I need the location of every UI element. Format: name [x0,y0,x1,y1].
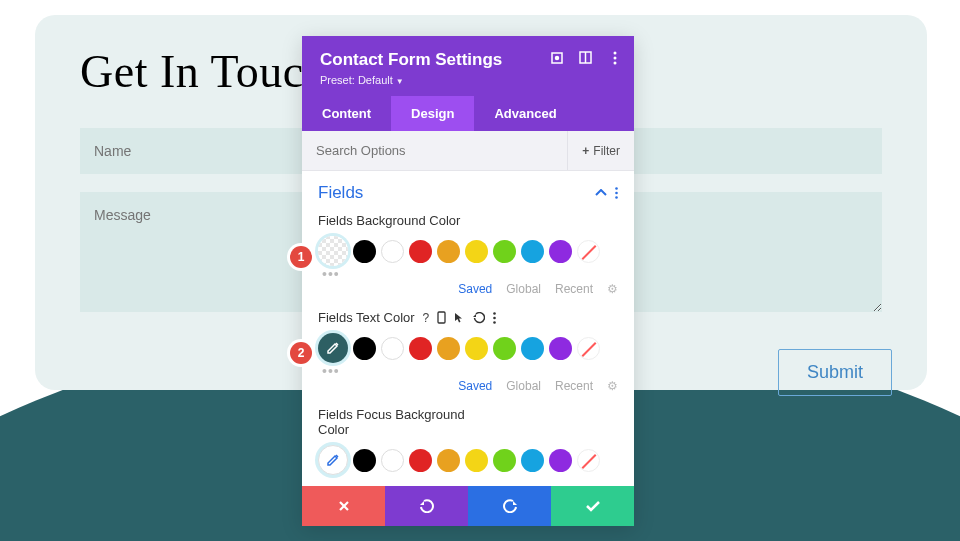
cancel-button[interactable] [302,486,385,526]
tab-advanced[interactable]: Advanced [474,96,576,131]
tabs: Content Design Advanced [302,96,634,131]
bg-swatch-orange[interactable] [437,240,460,263]
focus-swatch-blue[interactable] [521,449,544,472]
focus-swatch-none[interactable] [577,449,600,472]
focus-swatch-orange[interactable] [437,449,460,472]
svg-point-11 [493,312,496,315]
panel-header: Contact Form Settings Preset: Default ▼ [302,36,634,96]
bg-palette-tabs: Saved Global Recent ⚙ [318,282,618,296]
bg-color-label: Fields Background Color [318,213,618,228]
focus-swatch-white[interactable] [381,449,404,472]
bg-tab-saved[interactable]: Saved [458,282,492,296]
search-bar: +Filter [302,131,634,171]
undo-button[interactable] [385,486,468,526]
section-more-icon[interactable] [615,187,618,199]
bg-swatch-white[interactable] [381,240,404,263]
hover-icon[interactable] [454,312,465,323]
svg-point-5 [613,56,616,59]
preset-dropdown[interactable]: Preset: Default ▼ [320,74,616,86]
section-title[interactable]: Fields [318,183,363,203]
callout-1: 1 [290,246,312,268]
text-swatch-yellow[interactable] [465,337,488,360]
bg-swatch-none[interactable] [577,240,600,263]
svg-point-9 [615,196,618,199]
callout-2: 2 [290,342,312,364]
expand-icon[interactable] [549,50,564,65]
panel-body: Fields Fields Background Color ••• Saved… [302,171,634,486]
bg-tab-global[interactable]: Global [506,282,541,296]
text-swatch-purple[interactable] [549,337,572,360]
text-swatch-orange[interactable] [437,337,460,360]
svg-rect-10 [438,312,445,323]
bg-swatches [318,236,618,266]
bg-swatch-yellow[interactable] [465,240,488,263]
filter-button[interactable]: +Filter [567,131,634,170]
device-icon[interactable] [437,311,446,324]
svg-point-8 [615,192,618,195]
settings-panel: Contact Form Settings Preset: Default ▼ … [302,36,634,526]
columns-icon[interactable] [578,50,593,65]
text-swatch-blue[interactable] [521,337,544,360]
text-tab-recent[interactable]: Recent [555,379,593,393]
text-swatch-green[interactable] [493,337,516,360]
redo-button[interactable] [468,486,551,526]
text-swatch-white[interactable] [381,337,404,360]
reset-icon[interactable] [473,312,485,324]
text-gear-icon[interactable]: ⚙ [607,379,618,393]
option-more-icon[interactable] [493,312,496,324]
text-tab-saved[interactable]: Saved [458,379,492,393]
svg-point-12 [493,316,496,319]
bg-swatch-black[interactable] [353,240,376,263]
focus-swatch-black[interactable] [353,449,376,472]
bg-swatch-red[interactable] [409,240,432,263]
svg-point-13 [493,321,496,324]
svg-point-4 [613,51,616,54]
focus-swatches [318,445,618,475]
svg-point-1 [555,56,558,59]
text-tab-global[interactable]: Global [506,379,541,393]
help-icon[interactable]: ? [423,311,430,325]
focus-swatch-picker[interactable] [318,445,348,475]
bg-gear-icon[interactable]: ⚙ [607,282,618,296]
tab-design[interactable]: Design [391,96,474,131]
bg-swatch-blue[interactable] [521,240,544,263]
text-color-label: Fields Text Color ? [318,310,618,325]
text-swatch-red[interactable] [409,337,432,360]
text-swatch-black[interactable] [353,337,376,360]
bg-swatch-green[interactable] [493,240,516,263]
more-icon[interactable] [607,50,622,65]
search-input[interactable] [302,131,567,170]
confirm-button[interactable] [551,486,634,526]
panel-footer [302,486,634,526]
focus-swatch-yellow[interactable] [465,449,488,472]
bg-swatch-transparent[interactable] [318,236,348,266]
text-more-dots[interactable]: ••• [322,367,618,375]
text-swatch-picker[interactable] [318,333,348,363]
focus-swatch-red[interactable] [409,449,432,472]
submit-button[interactable]: Submit [778,349,892,396]
text-swatches [318,333,618,363]
focus-swatch-green[interactable] [493,449,516,472]
bg-tab-recent[interactable]: Recent [555,282,593,296]
bg-more-dots[interactable]: ••• [322,270,618,278]
text-palette-tabs: Saved Global Recent ⚙ [318,379,618,393]
collapse-icon[interactable] [595,189,607,197]
text-swatch-none[interactable] [577,337,600,360]
svg-point-6 [613,61,616,64]
bg-swatch-purple[interactable] [549,240,572,263]
svg-point-7 [615,187,618,190]
tab-content[interactable]: Content [302,96,391,131]
focus-swatch-purple[interactable] [549,449,572,472]
focus-color-label: Fields Focus Background Color [318,407,488,437]
